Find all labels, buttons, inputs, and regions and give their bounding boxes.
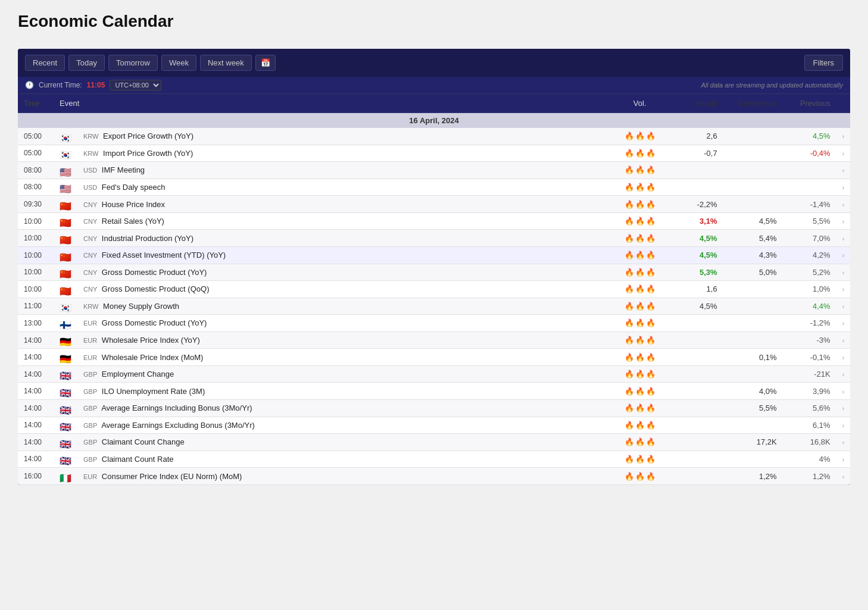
event-details: KRW Import Price Growth (YoY) [77, 145, 610, 162]
row-arrow[interactable]: › [836, 162, 850, 179]
row-arrow[interactable]: › [836, 196, 850, 213]
row-arrow[interactable]: › [836, 212, 850, 230]
actual-value [670, 349, 723, 366]
row-arrow[interactable]: › [836, 331, 850, 349]
previous-value: 5,5% [783, 212, 836, 230]
vol-dot-filled: 🔥 [646, 251, 655, 259]
row-arrow[interactable]: › [836, 179, 850, 196]
table-row[interactable]: 05:00 🇰🇷 KRW Import Price Growth (YoY) 🔥… [18, 145, 850, 162]
vol-dot-filled: 🔥 [625, 387, 634, 396]
row-arrow[interactable]: › [836, 264, 850, 281]
events-table: Time Event Vol. Actual Consensus Previou… [18, 94, 850, 485]
event-name: Wholesale Price Index (MoM) [102, 353, 204, 362]
table-row[interactable]: 08:00 🇺🇸 USD IMF Meeting 🔥🔥🔥 › [18, 162, 850, 179]
btn-recent[interactable]: Recent [25, 55, 65, 71]
btn-today[interactable]: Today [68, 55, 105, 71]
table-row[interactable]: 14:00 🇬🇧 GBP ILO Unemployment Rate (3M) … [18, 383, 850, 400]
event-details: CNY Gross Domestic Product (QoQ) [77, 281, 610, 298]
row-arrow[interactable]: › [836, 230, 850, 247]
actual-value [670, 179, 723, 196]
flag-cell: 🇬🇧 [54, 451, 77, 468]
actual-value [670, 365, 723, 383]
previous-value: 4,5% [783, 128, 836, 145]
btn-next-week[interactable]: Next week [200, 55, 252, 71]
current-time-prefix: Current Time: [39, 81, 82, 89]
row-arrow[interactable]: › [836, 349, 850, 366]
filters-button[interactable]: Filters [804, 55, 843, 71]
table-row[interactable]: 14:00 🇬🇧 GBP Average Earnings Excluding … [18, 417, 850, 434]
table-row[interactable]: 05:00 🇰🇷 KRW Export Price Growth (YoY) 🔥… [18, 128, 850, 145]
table-row[interactable]: 10:00 🇨🇳 CNY Fixed Asset Investment (YTD… [18, 246, 850, 264]
row-arrow[interactable]: › [836, 128, 850, 145]
vol-dot-filled: 🔥 [625, 234, 634, 243]
vol-dot-filled: 🔥 [625, 403, 634, 412]
flag-cell: 🇰🇷 [54, 298, 77, 315]
country-flag: 🇰🇷 [60, 302, 71, 311]
table-row[interactable]: 10:00 🇨🇳 CNY Retail Sales (YoY) 🔥🔥🔥 3,1%… [18, 212, 850, 230]
table-row[interactable]: 13:00 🇫🇮 EUR Gross Domestic Product (YoY… [18, 315, 850, 332]
row-arrow[interactable]: › [836, 315, 850, 332]
event-details: EUR Gross Domestic Product (YoY) [77, 315, 610, 332]
row-arrow[interactable]: › [836, 417, 850, 434]
table-row[interactable]: 10:00 🇨🇳 CNY Industrial Production (YoY)… [18, 230, 850, 247]
actual-value [670, 400, 723, 417]
row-arrow[interactable]: › [836, 400, 850, 417]
header-previous: Previous [783, 94, 836, 113]
event-time: 14:00 [18, 434, 54, 451]
previous-value: 4% [783, 451, 836, 468]
row-arrow[interactable]: › [836, 468, 850, 485]
event-details: GBP Average Earnings Excluding Bonus (3M… [77, 417, 610, 434]
event-name: Average Earnings Including Bonus (3Mo/Yr… [101, 403, 252, 412]
table-row[interactable]: 08:00 🇺🇸 USD Fed's Daly speech 🔥🔥🔥 › [18, 179, 850, 196]
table-row[interactable]: 14:00 🇬🇧 GBP Employment Change 🔥🔥🔥 -21K … [18, 365, 850, 383]
volatility-cell: 🔥🔥🔥 [610, 196, 670, 213]
table-row[interactable]: 10:00 🇨🇳 CNY Gross Domestic Product (YoY… [18, 264, 850, 281]
flag-cell: 🇨🇳 [54, 281, 77, 298]
event-details: CNY Industrial Production (YoY) [77, 230, 610, 247]
volatility-cell: 🔥🔥🔥 [610, 331, 670, 349]
table-container[interactable]: Time Event Vol. Actual Consensus Previou… [18, 94, 850, 485]
table-row[interactable]: 11:00 🇰🇷 KRW Money Supply Growth 🔥🔥🔥 4,5… [18, 298, 850, 315]
page-title: Economic Calendar [18, 12, 850, 31]
country-flag: 🇺🇸 [60, 183, 71, 192]
row-arrow[interactable]: › [836, 434, 850, 451]
btn-week[interactable]: Week [161, 55, 196, 71]
row-arrow[interactable]: › [836, 365, 850, 383]
row-arrow[interactable]: › [836, 145, 850, 162]
event-details: USD IMF Meeting [77, 162, 610, 179]
event-name: Claimant Count Rate [102, 455, 174, 464]
row-arrow[interactable]: › [836, 383, 850, 400]
table-row[interactable]: 14:00 🇩🇪 EUR Wholesale Price Index (MoM)… [18, 349, 850, 366]
vol-dot-filled: 🔥 [646, 268, 655, 277]
vol-dot-filled: 🔥 [646, 302, 655, 311]
row-arrow[interactable]: › [836, 246, 850, 264]
country-flag: 🇰🇷 [60, 133, 71, 141]
table-row[interactable]: 14:00 🇬🇧 GBP Claimant Count Change 🔥🔥🔥 1… [18, 434, 850, 451]
event-time: 16:00 [18, 468, 54, 485]
currency-label: USD [83, 167, 97, 174]
table-row[interactable]: 16:00 🇮🇹 EUR Consumer Price Index (EU No… [18, 468, 850, 485]
event-name: Export Price Growth (YoY) [103, 132, 193, 140]
volatility-cell: 🔥🔥🔥 [610, 400, 670, 417]
flag-cell: 🇨🇳 [54, 264, 77, 281]
timezone-select[interactable]: UTC+08:00 UTC+00:00 UTC-05:00 [110, 80, 161, 90]
table-row[interactable]: 14:00 🇬🇧 GBP Average Earnings Including … [18, 400, 850, 417]
vol-dot-filled: 🔥 [625, 353, 634, 362]
row-arrow[interactable]: › [836, 451, 850, 468]
table-row[interactable]: 14:00 🇬🇧 GBP Claimant Count Rate 🔥🔥🔥 4% … [18, 451, 850, 468]
event-details: KRW Money Supply Growth [77, 298, 610, 315]
row-arrow[interactable]: › [836, 298, 850, 315]
table-row[interactable]: 10:00 🇨🇳 CNY Gross Domestic Product (QoQ… [18, 281, 850, 298]
actual-value: 4,5% [670, 246, 723, 264]
event-details: EUR Consumer Price Index (EU Norm) (MoM) [77, 468, 610, 485]
calendar-icon-button[interactable]: 📅 [255, 55, 276, 71]
btn-tomorrow[interactable]: Tomorrow [108, 55, 158, 71]
event-time: 10:00 [18, 212, 54, 230]
country-flag: 🇨🇳 [60, 252, 71, 260]
volatility-cell: 🔥🔥🔥 [610, 383, 670, 400]
event-name: Consumer Price Index (EU Norm) (MoM) [102, 472, 242, 481]
table-row[interactable]: 09:30 🇨🇳 CNY House Price Index 🔥🔥🔥 -2,2%… [18, 196, 850, 213]
row-arrow[interactable]: › [836, 281, 850, 298]
table-row[interactable]: 14:00 🇩🇪 EUR Wholesale Price Index (YoY)… [18, 331, 850, 349]
vol-dot-filled: 🔥 [635, 387, 645, 396]
